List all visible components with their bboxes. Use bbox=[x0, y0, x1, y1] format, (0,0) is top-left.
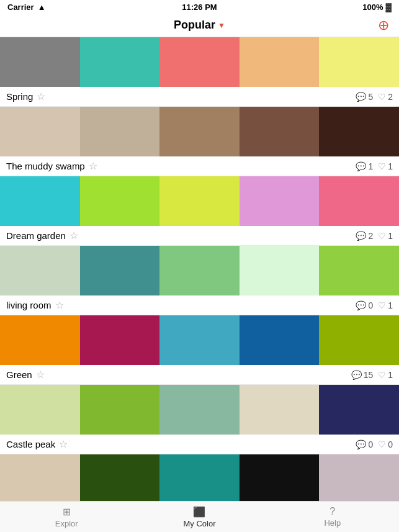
tab-my-color[interactable]: ⬛ My Color bbox=[133, 502, 266, 532]
color-swatch bbox=[159, 176, 240, 226]
like-count: 0 bbox=[388, 440, 393, 449]
like-count: 2 bbox=[388, 92, 393, 102]
favorite-star-icon[interactable]: ☆ bbox=[36, 369, 45, 381]
favorite-star-icon[interactable]: ☆ bbox=[55, 299, 64, 311]
comment-stat: 💬2 bbox=[356, 231, 373, 241]
favorite-star-icon[interactable]: ☆ bbox=[59, 438, 68, 450]
palette-name-text: Green bbox=[6, 369, 32, 380]
like-count: 1 bbox=[388, 300, 393, 310]
palette-name: Spring☆ bbox=[6, 91, 45, 102]
palette-swatches bbox=[0, 315, 399, 365]
color-swatch bbox=[240, 315, 320, 365]
color-swatch bbox=[319, 246, 399, 295]
battery-icon: ▓ bbox=[386, 2, 392, 12]
like-stat: ♡1 bbox=[378, 300, 393, 310]
palette-name-text: The muddy swamp bbox=[6, 161, 85, 171]
color-swatch bbox=[80, 315, 160, 365]
comment-icon: 💬 bbox=[356, 92, 366, 102]
heart-icon: ♡ bbox=[378, 300, 386, 310]
palette-swatches bbox=[0, 454, 399, 504]
palette-swatches bbox=[0, 246, 399, 295]
comment-stat: 💬5 bbox=[356, 92, 373, 102]
comment-icon: 💬 bbox=[356, 300, 366, 310]
like-stat: ♡1 bbox=[378, 231, 393, 241]
color-swatch bbox=[159, 37, 240, 87]
status-time: 11:26 PM bbox=[182, 2, 217, 12]
palette-stats: 💬0♡1 bbox=[356, 300, 393, 310]
like-stat: ♡2 bbox=[378, 92, 393, 102]
tab-explor[interactable]: ⊞ Explor bbox=[0, 502, 133, 532]
color-swatch bbox=[0, 246, 80, 295]
heart-icon: ♡ bbox=[378, 92, 386, 102]
color-swatch bbox=[319, 176, 399, 226]
tab-my-color-label: My Color bbox=[183, 519, 215, 528]
color-swatch bbox=[240, 176, 320, 226]
color-swatch bbox=[0, 385, 80, 435]
comment-icon: 💬 bbox=[356, 161, 366, 171]
palette-meta: Spring☆💬5♡2 bbox=[0, 87, 399, 106]
palette-stats: 💬5♡2 bbox=[356, 92, 393, 102]
help-icon: ? bbox=[330, 506, 335, 517]
palette-item[interactable]: Green☆💬15♡1 bbox=[0, 315, 399, 385]
color-swatch bbox=[80, 176, 160, 226]
like-count: 1 bbox=[388, 231, 393, 241]
palette-meta: The muddy swamp☆💬1♡1 bbox=[0, 156, 399, 176]
like-count: 1 bbox=[388, 161, 393, 171]
dropdown-arrow-icon[interactable]: ▼ bbox=[218, 21, 225, 30]
color-swatch bbox=[319, 315, 399, 365]
favorite-star-icon[interactable]: ☆ bbox=[37, 91, 45, 102]
tab-help-label: Help bbox=[324, 518, 341, 528]
like-stat: ♡0 bbox=[378, 440, 393, 449]
palette-meta: Dream garden☆💬2♡1 bbox=[0, 226, 399, 245]
palette-name-text: Spring bbox=[6, 91, 33, 102]
palette-item[interactable]: living room☆💬0♡1 bbox=[0, 246, 399, 315]
color-swatch bbox=[80, 454, 160, 504]
palette-name: The muddy swamp☆ bbox=[6, 160, 97, 172]
status-right: 100% ▓ bbox=[362, 2, 392, 12]
palette-name: Green☆ bbox=[6, 369, 45, 381]
tab-explor-label: Explor bbox=[55, 519, 78, 528]
carrier-label: Carrier bbox=[7, 2, 34, 12]
comment-icon: 💬 bbox=[351, 370, 362, 380]
palette-name: Castle peak☆ bbox=[6, 438, 68, 450]
comment-count: 5 bbox=[368, 92, 373, 102]
comment-stat: 💬1 bbox=[356, 161, 373, 171]
color-swatch bbox=[159, 315, 240, 365]
palette-item[interactable]: Castle peak☆💬0♡0 bbox=[0, 385, 399, 454]
header: Popular ▼ ⊕ bbox=[0, 14, 399, 37]
color-swatch bbox=[0, 454, 80, 504]
palette-name-text: Castle peak bbox=[6, 439, 55, 449]
color-swatch bbox=[0, 315, 80, 365]
color-swatch bbox=[0, 37, 80, 87]
color-swatch bbox=[0, 107, 80, 156]
color-swatch bbox=[0, 176, 80, 226]
palette-name: Dream garden☆ bbox=[6, 230, 78, 241]
favorite-star-icon[interactable]: ☆ bbox=[69, 230, 78, 241]
explor-icon: ⊞ bbox=[63, 506, 71, 518]
heart-icon: ♡ bbox=[378, 161, 386, 171]
color-swatch bbox=[319, 385, 399, 435]
like-count: 1 bbox=[388, 370, 393, 380]
color-swatch bbox=[159, 107, 240, 156]
palette-stats: 💬15♡1 bbox=[351, 370, 393, 380]
palette-name-text: living room bbox=[6, 300, 52, 310]
color-swatch bbox=[240, 385, 320, 435]
palette-meta: Green☆💬15♡1 bbox=[0, 365, 399, 384]
palette-item[interactable]: Dream garden☆💬2♡1 bbox=[0, 176, 399, 246]
comment-stat: 💬0 bbox=[356, 300, 373, 310]
palette-item[interactable]: Spring☆💬5♡2 bbox=[0, 37, 399, 107]
palette-stats: 💬0♡0 bbox=[356, 440, 393, 449]
tab-help[interactable]: ? Help bbox=[266, 502, 399, 532]
color-swatch bbox=[80, 246, 160, 295]
comment-count: 0 bbox=[368, 440, 373, 449]
palette-item[interactable]: The muddy swamp☆💬1♡1 bbox=[0, 107, 399, 176]
comment-count: 1 bbox=[368, 161, 373, 171]
palette-swatches bbox=[0, 385, 399, 435]
favorite-star-icon[interactable]: ☆ bbox=[89, 160, 97, 172]
comment-count: 2 bbox=[368, 231, 373, 241]
add-button[interactable]: ⊕ bbox=[378, 19, 389, 32]
color-swatch bbox=[159, 454, 240, 504]
palette-name: living room☆ bbox=[6, 299, 64, 311]
palette-name-text: Dream garden bbox=[6, 230, 66, 241]
battery-label: 100% bbox=[362, 2, 383, 12]
